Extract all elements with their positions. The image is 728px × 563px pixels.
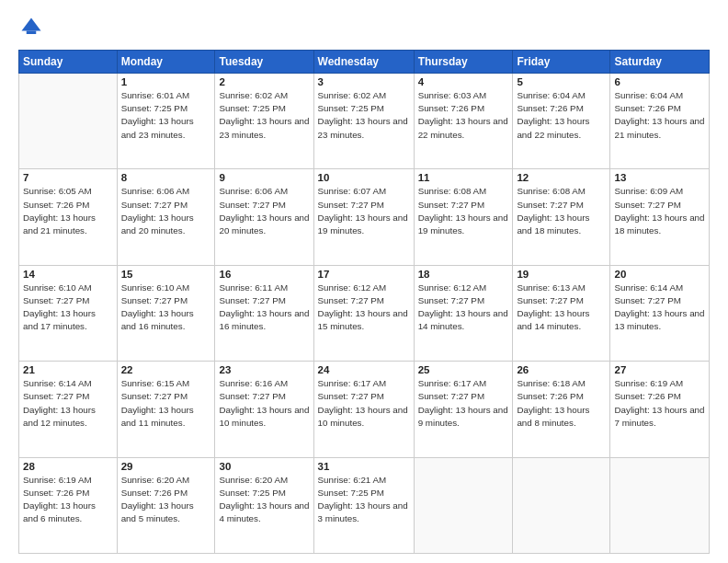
calendar-cell: 10Sunrise: 6:07 AMSunset: 7:27 PMDayligh… xyxy=(313,169,414,265)
day-number: 29 xyxy=(121,461,211,472)
day-info: Sunrise: 6:02 AMSunset: 7:25 PMDaylight:… xyxy=(318,89,410,142)
day-info: Sunrise: 6:04 AMSunset: 7:26 PMDaylight:… xyxy=(614,89,705,142)
svg-rect-1 xyxy=(27,31,37,35)
day-info: Sunrise: 6:14 AMSunset: 7:27 PMDaylight:… xyxy=(614,282,705,334)
calendar-cell: 13Sunrise: 6:09 AMSunset: 7:27 PMDayligh… xyxy=(610,169,710,265)
day-info: Sunrise: 6:03 AMSunset: 7:26 PMDaylight:… xyxy=(418,89,509,142)
calendar-cell: 3Sunrise: 6:02 AMSunset: 7:25 PMDaylight… xyxy=(313,74,414,169)
calendar-cell: 25Sunrise: 6:17 AMSunset: 7:27 PMDayligh… xyxy=(414,362,513,457)
calendar-cell: 28Sunrise: 6:19 AMSunset: 7:26 PMDayligh… xyxy=(19,457,118,553)
day-number: 16 xyxy=(219,269,309,280)
calendar-cell: 11Sunrise: 6:08 AMSunset: 7:27 PMDayligh… xyxy=(414,169,513,265)
weekday-header: Thursday xyxy=(414,51,513,74)
calendar-cell: 16Sunrise: 6:11 AMSunset: 7:27 PMDayligh… xyxy=(215,265,313,361)
weekday-header: Friday xyxy=(513,51,610,74)
calendar-cell: 31Sunrise: 6:21 AMSunset: 7:25 PMDayligh… xyxy=(313,457,414,553)
weekday-header: Sunday xyxy=(19,51,118,74)
calendar-cell: 18Sunrise: 6:12 AMSunset: 7:27 PMDayligh… xyxy=(414,265,513,361)
calendar-cell xyxy=(610,457,710,553)
day-info: Sunrise: 6:19 AMSunset: 7:26 PMDaylight:… xyxy=(614,377,705,430)
day-info: Sunrise: 6:08 AMSunset: 7:27 PMDaylight:… xyxy=(418,185,509,237)
calendar-cell xyxy=(414,457,513,553)
day-number: 23 xyxy=(219,364,309,375)
day-info: Sunrise: 6:08 AMSunset: 7:27 PMDaylight:… xyxy=(517,185,606,237)
day-number: 17 xyxy=(318,269,410,280)
day-info: Sunrise: 6:02 AMSunset: 7:25 PMDaylight:… xyxy=(219,89,309,142)
day-info: Sunrise: 6:07 AMSunset: 7:27 PMDaylight:… xyxy=(318,185,410,237)
weekday-header: Tuesday xyxy=(215,51,313,74)
calendar-cell: 1Sunrise: 6:01 AMSunset: 7:25 PMDaylight… xyxy=(117,74,215,169)
day-number: 24 xyxy=(318,364,410,375)
calendar-cell: 2Sunrise: 6:02 AMSunset: 7:25 PMDaylight… xyxy=(215,74,313,169)
day-info: Sunrise: 6:15 AMSunset: 7:27 PMDaylight:… xyxy=(121,377,211,430)
calendar-cell xyxy=(19,74,118,169)
day-info: Sunrise: 6:19 AMSunset: 7:26 PMDaylight:… xyxy=(23,474,113,526)
day-info: Sunrise: 6:17 AMSunset: 7:27 PMDaylight:… xyxy=(418,377,509,430)
day-info: Sunrise: 6:18 AMSunset: 7:26 PMDaylight:… xyxy=(517,377,606,430)
day-info: Sunrise: 6:05 AMSunset: 7:26 PMDaylight:… xyxy=(23,185,113,237)
day-number: 11 xyxy=(418,172,509,183)
day-info: Sunrise: 6:06 AMSunset: 7:27 PMDaylight:… xyxy=(219,185,309,237)
day-number: 1 xyxy=(121,76,211,87)
day-number: 28 xyxy=(23,461,113,472)
day-number: 4 xyxy=(418,76,509,87)
day-number: 30 xyxy=(219,461,309,472)
day-info: Sunrise: 6:06 AMSunset: 7:27 PMDaylight:… xyxy=(121,185,211,237)
day-number: 12 xyxy=(517,172,606,183)
day-number: 3 xyxy=(318,76,410,87)
day-number: 15 xyxy=(121,269,211,280)
calendar-cell: 24Sunrise: 6:17 AMSunset: 7:27 PMDayligh… xyxy=(313,362,414,457)
day-info: Sunrise: 6:17 AMSunset: 7:27 PMDaylight:… xyxy=(318,377,410,430)
day-info: Sunrise: 6:10 AMSunset: 7:27 PMDaylight:… xyxy=(23,282,113,334)
day-number: 2 xyxy=(219,76,309,87)
day-info: Sunrise: 6:16 AMSunset: 7:27 PMDaylight:… xyxy=(219,377,309,430)
page-header xyxy=(18,15,710,40)
calendar-cell: 5Sunrise: 6:04 AMSunset: 7:26 PMDaylight… xyxy=(513,74,610,169)
day-info: Sunrise: 6:10 AMSunset: 7:27 PMDaylight:… xyxy=(121,282,211,334)
calendar-cell: 20Sunrise: 6:14 AMSunset: 7:27 PMDayligh… xyxy=(610,265,710,361)
day-info: Sunrise: 6:13 AMSunset: 7:27 PMDaylight:… xyxy=(517,282,606,334)
day-info: Sunrise: 6:12 AMSunset: 7:27 PMDaylight:… xyxy=(318,282,410,334)
calendar-table: SundayMondayTuesdayWednesdayThursdayFrid… xyxy=(18,50,710,554)
weekday-header: Monday xyxy=(117,51,215,74)
calendar-cell: 23Sunrise: 6:16 AMSunset: 7:27 PMDayligh… xyxy=(215,362,313,457)
calendar-cell: 4Sunrise: 6:03 AMSunset: 7:26 PMDaylight… xyxy=(414,74,513,169)
weekday-header-row: SundayMondayTuesdayWednesdayThursdayFrid… xyxy=(19,51,710,74)
calendar-cell: 12Sunrise: 6:08 AMSunset: 7:27 PMDayligh… xyxy=(513,169,610,265)
day-number: 21 xyxy=(23,364,113,375)
logo xyxy=(18,15,48,40)
day-number: 6 xyxy=(614,76,705,87)
day-number: 18 xyxy=(418,269,509,280)
day-number: 5 xyxy=(517,76,606,87)
weekday-header: Wednesday xyxy=(313,51,414,74)
day-info: Sunrise: 6:14 AMSunset: 7:27 PMDaylight:… xyxy=(23,377,113,430)
calendar-cell: 30Sunrise: 6:20 AMSunset: 7:25 PMDayligh… xyxy=(215,457,313,553)
day-number: 14 xyxy=(23,269,113,280)
calendar-cell: 27Sunrise: 6:19 AMSunset: 7:26 PMDayligh… xyxy=(610,362,710,457)
calendar-cell: 15Sunrise: 6:10 AMSunset: 7:27 PMDayligh… xyxy=(117,265,215,361)
day-number: 20 xyxy=(614,269,705,280)
calendar-cell: 29Sunrise: 6:20 AMSunset: 7:26 PMDayligh… xyxy=(117,457,215,553)
calendar-cell: 19Sunrise: 6:13 AMSunset: 7:27 PMDayligh… xyxy=(513,265,610,361)
day-info: Sunrise: 6:20 AMSunset: 7:25 PMDaylight:… xyxy=(219,474,309,526)
calendar-cell xyxy=(513,457,610,553)
logo-icon xyxy=(18,15,44,40)
calendar-cell: 17Sunrise: 6:12 AMSunset: 7:27 PMDayligh… xyxy=(313,265,414,361)
day-info: Sunrise: 6:01 AMSunset: 7:25 PMDaylight:… xyxy=(121,89,211,142)
calendar-cell: 22Sunrise: 6:15 AMSunset: 7:27 PMDayligh… xyxy=(117,362,215,457)
day-number: 8 xyxy=(121,172,211,183)
weekday-header: Saturday xyxy=(610,51,710,74)
day-number: 22 xyxy=(121,364,211,375)
day-info: Sunrise: 6:11 AMSunset: 7:27 PMDaylight:… xyxy=(219,282,309,334)
day-number: 7 xyxy=(23,172,113,183)
day-info: Sunrise: 6:09 AMSunset: 7:27 PMDaylight:… xyxy=(614,185,705,237)
day-number: 19 xyxy=(517,269,606,280)
day-number: 9 xyxy=(219,172,309,183)
day-info: Sunrise: 6:21 AMSunset: 7:25 PMDaylight:… xyxy=(318,474,410,526)
day-number: 26 xyxy=(517,364,606,375)
calendar-cell: 6Sunrise: 6:04 AMSunset: 7:26 PMDaylight… xyxy=(610,74,710,169)
svg-marker-0 xyxy=(22,18,41,31)
day-number: 10 xyxy=(318,172,410,183)
calendar-cell: 7Sunrise: 6:05 AMSunset: 7:26 PMDaylight… xyxy=(19,169,118,265)
calendar-cell: 21Sunrise: 6:14 AMSunset: 7:27 PMDayligh… xyxy=(19,362,118,457)
